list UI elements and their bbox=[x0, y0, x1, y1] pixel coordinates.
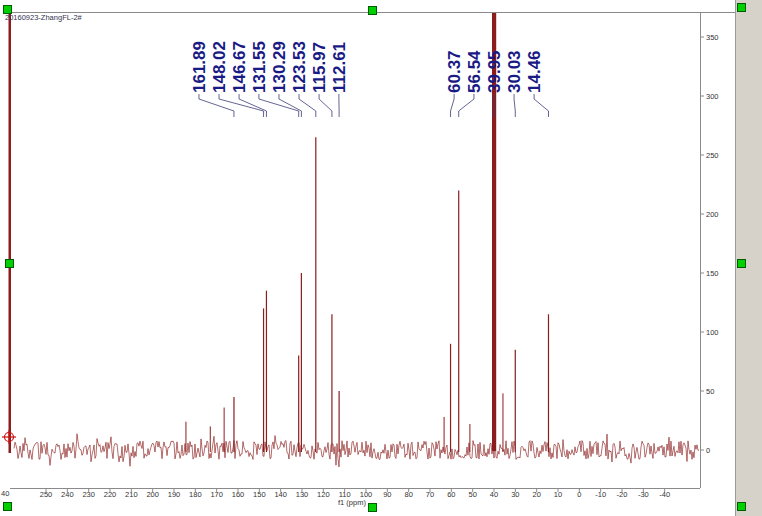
y-tick-label: 350 bbox=[706, 33, 719, 42]
peak-leader-line bbox=[534, 94, 548, 117]
noise-trace bbox=[14, 434, 699, 467]
selection-handle-bottom-center[interactable] bbox=[368, 503, 377, 512]
y-tick-label: 300 bbox=[706, 92, 719, 101]
y-tick-label: 0 bbox=[706, 446, 710, 455]
x-tick-label: 240 bbox=[61, 490, 74, 499]
spectrum-plot[interactable]: 2502402302202102001901801701601501401301… bbox=[0, 0, 762, 516]
x-tick-label: 200 bbox=[146, 490, 159, 499]
x-tick-label: 190 bbox=[168, 490, 181, 499]
spectrum-title[interactable]: 20160923-ZhangFL-2# bbox=[5, 13, 82, 22]
x-tick-label: 150 bbox=[253, 490, 266, 499]
x-axis-edge-tick-label: 40 bbox=[1, 489, 9, 498]
x-tick-label: 30 bbox=[511, 490, 519, 499]
x-tick-label: 180 bbox=[189, 490, 202, 499]
y-tick-label: 250 bbox=[706, 151, 719, 160]
peak-leader-line bbox=[514, 94, 515, 117]
reference-marker-icon[interactable] bbox=[2, 430, 16, 444]
x-tick-label: -20 bbox=[617, 490, 628, 499]
x-tick-label: 130 bbox=[296, 490, 309, 499]
selection-handle-top-left[interactable] bbox=[3, 5, 12, 14]
x-tick-label: -30 bbox=[638, 490, 649, 499]
x-tick-label: 20 bbox=[532, 490, 540, 499]
x-tick-label: 120 bbox=[317, 490, 330, 499]
x-tick-label: 50 bbox=[468, 490, 476, 499]
y-tick-label: 200 bbox=[706, 210, 719, 219]
selection-handle-top-center[interactable] bbox=[368, 6, 377, 15]
x-tick-label: 220 bbox=[104, 490, 117, 499]
peak-leader-line bbox=[279, 94, 301, 117]
x-tick-label: 250 bbox=[40, 490, 53, 499]
peak-leader-line bbox=[459, 94, 474, 117]
x-tick-label: 80 bbox=[404, 490, 412, 499]
x-tick-label: 170 bbox=[210, 490, 223, 499]
x-tick-label: 230 bbox=[82, 490, 95, 499]
selection-handle-mid-right[interactable] bbox=[737, 259, 746, 268]
selection-handle-bottom-left[interactable] bbox=[3, 502, 12, 511]
peak-leader-line bbox=[319, 94, 332, 117]
x-tick-label: 10 bbox=[554, 490, 562, 499]
peak-leader-line bbox=[219, 94, 264, 117]
left-cutoff-line bbox=[9, 13, 12, 453]
x-tick-label: 90 bbox=[383, 490, 391, 499]
x-tick-label: 40 bbox=[490, 490, 498, 499]
x-tick-label: 160 bbox=[232, 490, 245, 499]
selection-handle-bottom-right[interactable] bbox=[737, 502, 746, 511]
x-tick-label: -40 bbox=[659, 490, 670, 499]
peak-leader-line bbox=[199, 94, 234, 117]
peak-leader-line bbox=[451, 94, 455, 117]
nmr-app-canvas: 2502402302202102001901801701601501401301… bbox=[0, 0, 762, 516]
x-tick-label: 210 bbox=[125, 490, 138, 499]
y-tick-label: 50 bbox=[706, 387, 714, 396]
solvent-peak-line bbox=[492, 13, 496, 451]
x-tick-label: 60 bbox=[447, 490, 455, 499]
x-tick-label: 0 bbox=[577, 490, 581, 499]
selection-handle-top-right[interactable] bbox=[737, 3, 746, 12]
y-tick-label: 150 bbox=[706, 269, 719, 278]
selection-handle-mid-left[interactable] bbox=[5, 259, 14, 268]
x-tick-label: 140 bbox=[274, 490, 287, 499]
x-tick-label: 70 bbox=[426, 490, 434, 499]
y-tick-label: 100 bbox=[706, 328, 719, 337]
x-tick-label: -10 bbox=[595, 490, 606, 499]
x-axis-label: f1 (ppm) bbox=[338, 498, 366, 507]
